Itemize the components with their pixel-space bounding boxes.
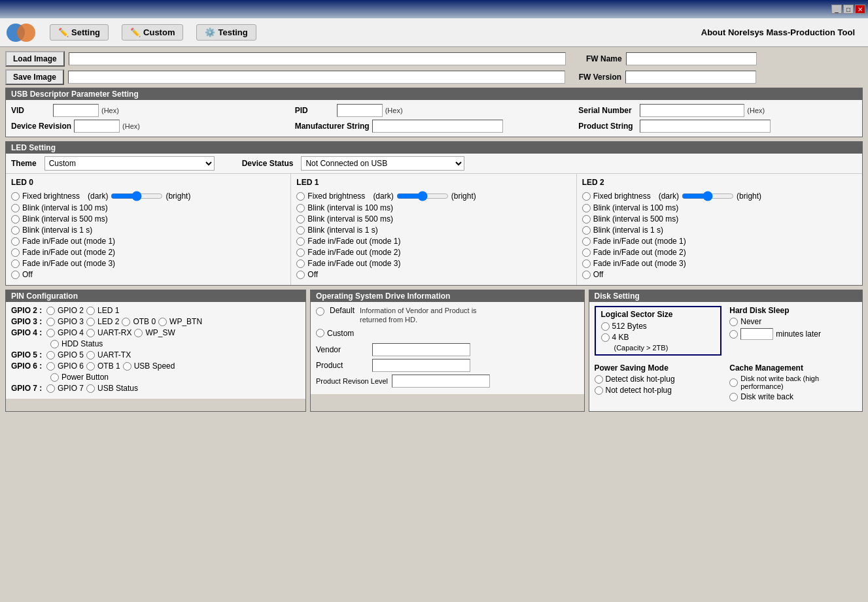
gpio5-opt1: GPIO 5 [58, 350, 84, 360]
led1-off-radio[interactable] [296, 271, 305, 279]
led2-fade1-label: Fade in/Fade out (mode 1) [593, 237, 686, 246]
product-string-input[interactable] [640, 120, 771, 133]
led1-fade3-radio[interactable] [296, 259, 305, 268]
led2-blink100-radio[interactable] [582, 204, 591, 212]
gpio3-gpio3-radio[interactable] [46, 318, 55, 326]
led2-off-radio[interactable] [582, 271, 591, 279]
usb-descriptor-body: VID (Hex) PID (Hex) Serial Number (Hex) … [6, 100, 862, 137]
theme-select[interactable]: Custom Default [44, 156, 215, 171]
sector-512-radio[interactable] [601, 322, 610, 331]
led1-blink500-radio[interactable] [296, 215, 305, 224]
led0-blink100-radio[interactable] [11, 204, 20, 212]
led2-slider[interactable] [682, 191, 734, 201]
gpio6-usbspeed-radio[interactable] [123, 362, 131, 371]
minutes-later-row: minutes later [729, 328, 857, 340]
led0-off-label: Off [22, 270, 33, 279]
led1-fade1-radio[interactable] [296, 237, 305, 246]
custom-tab[interactable]: ✏️ Custom [122, 24, 183, 41]
maximize-button[interactable]: □ [843, 5, 854, 14]
serial-number-label: Serial Number [578, 106, 637, 115]
os-product-row: Product [316, 359, 579, 372]
led0-slider[interactable] [111, 191, 163, 201]
gpio3-led2-radio[interactable] [86, 318, 95, 326]
vendor-input[interactable] [372, 343, 470, 356]
gpio4-gpio4-radio[interactable] [46, 329, 55, 337]
led2-fixed-label: Fixed brightness [593, 192, 651, 201]
os-default-radio[interactable] [316, 307, 324, 316]
testing-tab[interactable]: ⚙️ Testing [196, 24, 256, 41]
led0-fade2-radio[interactable] [11, 248, 20, 257]
fw-name-input[interactable] [626, 52, 757, 65]
minimize-button[interactable]: _ [831, 5, 842, 14]
no-write-back-radio[interactable] [729, 378, 738, 387]
sector-4kb-radio[interactable] [601, 333, 610, 342]
led2-fade1-radio[interactable] [582, 237, 591, 246]
led1-fade2-radio[interactable] [296, 248, 305, 257]
save-image-input[interactable] [68, 71, 565, 84]
gpio4-wpsw-radio[interactable] [134, 329, 143, 337]
led2-fade2-radio[interactable] [582, 248, 591, 257]
device-revision-input[interactable] [74, 120, 120, 133]
led0-fixed-radio[interactable] [11, 192, 20, 201]
setting-icon: ✏️ [58, 27, 69, 37]
led1-blink1s-radio[interactable] [296, 226, 305, 235]
led2-blink500-radio[interactable] [582, 215, 591, 224]
led1-fixed-radio[interactable] [296, 192, 305, 201]
gpio3-otb0-radio[interactable] [122, 318, 130, 326]
detect-hotplug-label: Detect disk hot-plug [606, 375, 675, 384]
minutes-input[interactable] [740, 328, 773, 340]
gpio5-gpio5-radio[interactable] [46, 351, 55, 360]
save-image-button[interactable]: Save Image [5, 69, 64, 85]
product-input[interactable] [372, 359, 470, 372]
led0-fade3-radio[interactable] [11, 259, 20, 268]
led0-blink500-radio[interactable] [11, 215, 20, 224]
led0-fade1-radio[interactable] [11, 237, 20, 246]
led0-fixed-label: Fixed brightness [22, 192, 80, 201]
manufacturer-string-input[interactable] [372, 120, 503, 133]
device-status-select[interactable]: Not Connected on USB Connected on USB Re… [301, 156, 464, 171]
led0-blink1s-radio[interactable] [11, 226, 20, 235]
minutes-radio[interactable] [729, 330, 738, 339]
gpio7-gpio7-radio[interactable] [46, 384, 55, 393]
gpio3-wpbtn-radio[interactable] [158, 318, 167, 326]
gpio2-gpio2-radio[interactable] [46, 307, 55, 315]
led0-fade2-label: Fade in/Fade out (mode 2) [22, 248, 115, 257]
gpio6-gpio6-radio[interactable] [46, 362, 55, 371]
load-image-input[interactable] [69, 52, 566, 65]
led2-fade3-row: Fade in/Fade out (mode 3) [582, 259, 857, 268]
gpio5-uarttx-radio[interactable] [86, 351, 95, 360]
gpio2-led1-radio[interactable] [86, 307, 95, 315]
never-radio[interactable] [729, 318, 738, 326]
os-custom-radio[interactable] [316, 329, 324, 337]
gpio6-row: GPIO 6 : GPIO 6 OTB 1 USB Speed [11, 361, 300, 371]
gpio6-otb1-radio[interactable] [86, 362, 95, 371]
led2-blink1s-radio[interactable] [582, 226, 591, 235]
no-detect-hotplug-radio[interactable] [595, 386, 603, 395]
led2-fade3-radio[interactable] [582, 259, 591, 268]
device-status-label: Device Status [242, 159, 294, 168]
led0-off-radio[interactable] [11, 271, 20, 279]
led0-fade1-row: Fade in/Fade out (mode 1) [11, 237, 285, 246]
setting-tab[interactable]: ✏️ Setting [50, 24, 109, 41]
product-revision-input[interactable] [392, 375, 490, 388]
led1-slider[interactable] [396, 191, 449, 201]
led0-blink1s-label: Blink (interval is 1 s) [22, 226, 92, 235]
detect-hotplug-radio[interactable] [595, 375, 603, 384]
write-back-radio[interactable] [729, 393, 738, 401]
load-image-button[interactable]: Load Image [5, 51, 65, 67]
close-button[interactable]: ✕ [855, 5, 865, 14]
gpio6-power-radio[interactable] [50, 373, 59, 382]
led1-blink100-radio[interactable] [296, 204, 305, 212]
cache-mgmt-section: Cache Management Disk not write back (hi… [729, 363, 857, 403]
fw-version-input[interactable] [625, 71, 756, 84]
sector-4kb-note: (Capacity > 2TB) [614, 344, 716, 352]
vid-input[interactable] [53, 104, 99, 117]
pid-input[interactable] [337, 104, 383, 117]
gpio4-hdd-radio[interactable] [50, 340, 59, 348]
led2-fixed-radio[interactable] [582, 192, 591, 201]
serial-number-input[interactable] [640, 104, 744, 117]
gpio7-usbstatus-radio[interactable] [86, 384, 95, 393]
power-saving-title: Power Saving Mode [595, 363, 722, 373]
gpio4-uartrx-radio[interactable] [86, 329, 95, 337]
led0-blink100-label: Blink (interval is 100 ms) [22, 203, 108, 212]
